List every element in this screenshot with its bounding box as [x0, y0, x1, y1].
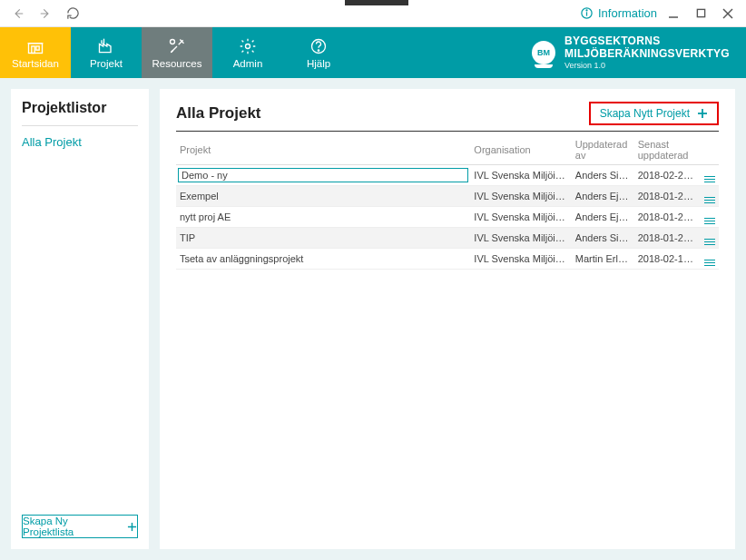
table-cell: TIP	[176, 228, 470, 249]
col-header-actions	[701, 135, 719, 165]
create-list-label: Skapa Ny Projektlista	[23, 516, 122, 537]
menu-label: Hjälp	[307, 58, 330, 69]
table-cell: IVL Svenska Miljöinstitutet AB	[470, 207, 571, 228]
menu-label: Resources	[152, 58, 202, 69]
row-menu-icon[interactable]	[704, 239, 715, 246]
table-cell: IVL Svenska Miljöinstitutet AB	[470, 186, 571, 207]
close-button[interactable]	[717, 3, 739, 25]
row-actions-cell	[701, 186, 719, 207]
sidebar-title: Projektlistor	[22, 100, 138, 116]
create-project-list-button[interactable]: Skapa Ny Projektlista	[22, 515, 138, 538]
row-actions-cell	[701, 207, 719, 228]
workspace: Projektlistor Alla Projekt Skapa Ny Proj…	[0, 78, 746, 560]
brand-version: Version 1.0	[564, 61, 730, 70]
svg-rect-4	[697, 9, 704, 16]
table-row[interactable]: Demo - nyIVL Svenska Miljöinstitutet ABA…	[176, 165, 719, 186]
divider	[22, 125, 138, 126]
table-cell: Anders Sidvall	[572, 228, 634, 249]
titlebar-handle	[345, 0, 408, 5]
create-project-button[interactable]: Skapa Nytt Projekt	[589, 102, 719, 125]
menu-help[interactable]: Hjälp	[283, 27, 354, 78]
table-cell: Anders Ejlertsson	[572, 186, 634, 207]
info-icon	[580, 6, 594, 20]
home-icon	[25, 37, 45, 55]
table-cell: Tseta av anläggningsprojekt	[176, 249, 470, 270]
sidebar-item-all-projects[interactable]: Alla Projekt	[22, 135, 138, 149]
menu-resources[interactable]: Resources	[142, 27, 212, 78]
menu-projekt[interactable]: Projekt	[71, 27, 142, 78]
back-button[interactable]	[7, 3, 29, 25]
maximize-button[interactable]	[690, 3, 712, 25]
help-icon	[309, 37, 328, 55]
factory-icon	[96, 37, 116, 55]
brand-line1: BYGGSEKTORNS	[564, 35, 730, 48]
plus-icon	[127, 522, 137, 532]
col-header-last-updated[interactable]: Senast uppdaterad	[634, 135, 701, 165]
information-label: Information	[598, 6, 657, 20]
table-cell: Anders Sidvall	[572, 165, 634, 186]
table-row[interactable]: TIPIVL Svenska Miljöinstitutet ABAnders …	[176, 228, 719, 249]
brand-line2: MILJÖBERÄKNINGSVERKTYG	[564, 48, 730, 61]
brand-badge: BM	[537, 48, 550, 57]
minimize-button[interactable]	[663, 3, 684, 25]
menu-startsidan[interactable]: Startsidan	[0, 27, 71, 78]
svg-rect-9	[36, 46, 39, 50]
brand-logo-icon: BM	[532, 41, 555, 64]
table-cell: Anders Ejlertsson	[572, 207, 634, 228]
page-title: Alla Projekt	[176, 104, 261, 123]
table-cell: Martin Erlandsson	[572, 249, 634, 270]
projects-table: Projekt Organisation Uppdaterad av Senas…	[176, 135, 719, 270]
gear-icon	[239, 37, 257, 55]
information-link[interactable]: Information	[580, 6, 657, 20]
col-header-organisation[interactable]: Organisation	[470, 135, 571, 165]
svg-point-13	[171, 39, 175, 44]
col-header-project[interactable]: Projekt	[176, 135, 470, 165]
row-actions-cell	[701, 249, 719, 270]
table-cell: Demo - ny	[176, 165, 470, 186]
brand-block: BM BYGGSEKTORNS MILJÖBERÄKNINGSVERKTYG V…	[532, 27, 746, 78]
create-project-label: Skapa Nytt Projekt	[600, 107, 690, 120]
main-menubar: Startsidan Projekt Resources Admin Hjälp…	[0, 27, 746, 78]
table-cell: IVL Svenska Miljöinstitutet AB	[470, 165, 571, 186]
table-row[interactable]: Tseta av anläggningsprojektIVL Svenska M…	[176, 249, 719, 270]
tools-icon	[168, 37, 186, 55]
plus-icon	[697, 108, 708, 119]
svg-point-14	[246, 44, 250, 48]
table-cell: 2018-02-12 16:09	[634, 249, 701, 270]
svg-rect-8	[32, 46, 34, 54]
row-menu-icon[interactable]	[704, 197, 715, 204]
sidebar: Projektlistor Alla Projekt Skapa Ny Proj…	[11, 89, 149, 549]
table-cell: 2018-01-22 14:34	[634, 228, 701, 249]
menu-label: Startsidan	[12, 58, 59, 69]
row-menu-icon[interactable]	[704, 218, 715, 225]
table-row[interactable]: ExempelIVL Svenska Miljöinstitutet ABAnd…	[176, 186, 719, 207]
row-actions-cell	[701, 165, 719, 186]
svg-point-2	[586, 10, 587, 11]
row-actions-cell	[701, 228, 719, 249]
table-cell: IVL Svenska Miljöinstitutet AB	[470, 249, 571, 270]
col-header-updated-by[interactable]: Uppdaterad av	[572, 135, 634, 165]
table-cell: Exempel	[176, 186, 470, 207]
table-cell: nytt proj AE	[176, 207, 470, 228]
row-menu-icon[interactable]	[704, 260, 715, 267]
main-panel: Alla Projekt Skapa Nytt Projekt Projekt …	[160, 89, 735, 549]
menu-label: Admin	[233, 58, 263, 69]
table-cell: 2018-01-24 14:11	[634, 207, 701, 228]
svg-rect-7	[29, 43, 43, 53]
svg-point-16	[318, 49, 319, 50]
table-cell: 2018-01-26 14:27	[634, 186, 701, 207]
table-cell: 2018-02-20 10:54	[634, 165, 701, 186]
menu-admin[interactable]: Admin	[212, 27, 283, 78]
row-menu-icon[interactable]	[704, 176, 715, 183]
refresh-button[interactable]	[62, 3, 83, 25]
menu-label: Projekt	[90, 58, 123, 69]
forward-button[interactable]	[34, 3, 56, 25]
table-cell: IVL Svenska Miljöinstitutet AB	[470, 228, 571, 249]
table-row[interactable]: nytt proj AEIVL Svenska Miljöinstitutet …	[176, 207, 719, 228]
